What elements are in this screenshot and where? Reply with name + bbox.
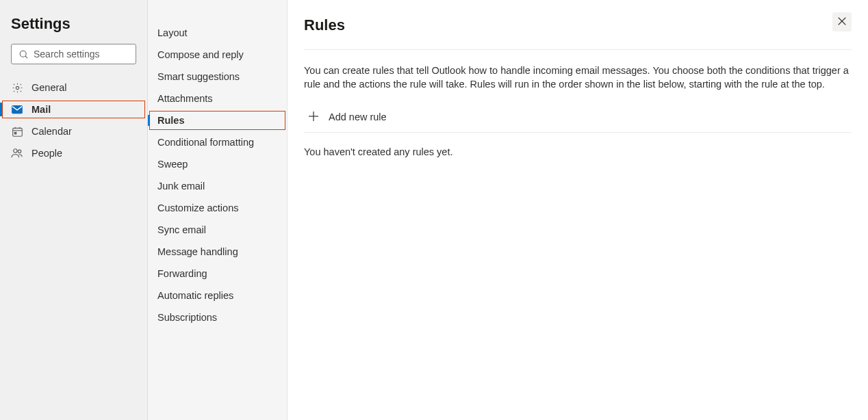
sub-label: Attachments — [157, 93, 213, 104]
sub-item-layout[interactable]: Layout — [148, 22, 287, 44]
plus-icon — [308, 111, 319, 124]
main-title: Rules — [304, 16, 345, 34]
nav-label: General — [31, 82, 67, 93]
nav-item-mail[interactable]: Mail — [0, 99, 147, 120]
sub-item-smart-suggestions[interactable]: Smart suggestions — [148, 66, 287, 88]
nav-item-people[interactable]: People — [0, 142, 147, 164]
search-icon — [17, 48, 29, 60]
nav-item-general[interactable]: General — [0, 77, 147, 99]
sub-item-sweep[interactable]: Sweep — [148, 153, 287, 175]
nav-label: Mail — [31, 104, 51, 115]
svg-point-9 — [14, 149, 17, 153]
sub-label: Sync email — [157, 224, 206, 235]
sub-label: Sweep — [157, 159, 188, 170]
sub-item-message-handling[interactable]: Message handling — [148, 241, 287, 263]
settings-left-panel: Settings General — [0, 0, 148, 420]
sub-item-forwarding[interactable]: Forwarding — [148, 263, 287, 285]
sub-label: Compose and reply — [157, 49, 244, 60]
add-new-rule-button[interactable]: Add new rule — [304, 104, 852, 133]
sub-item-attachments[interactable]: Attachments — [148, 88, 287, 109]
sub-label: Rules — [157, 115, 185, 126]
main-panel: Rules You can create rules that tell Out… — [288, 0, 868, 420]
nav-label: Calendar — [31, 126, 72, 137]
mail-icon — [11, 103, 23, 116]
svg-point-2 — [16, 86, 18, 89]
nav-item-calendar[interactable]: Calendar — [0, 120, 147, 142]
sub-item-compose-and-reply[interactable]: Compose and reply — [148, 44, 287, 66]
nav-list: General Mail Calendar — [0, 73, 147, 164]
empty-state-text: You haven't created any rules yet. — [304, 133, 852, 157]
settings-middle-panel: Layout Compose and reply Smart suggestio… — [148, 0, 288, 420]
svg-rect-3 — [12, 105, 23, 114]
sub-label: Message handling — [157, 246, 238, 257]
sub-list: Layout Compose and reply Smart suggestio… — [148, 22, 287, 328]
close-button[interactable] — [832, 12, 852, 31]
svg-rect-8 — [14, 132, 16, 134]
sub-item-subscriptions[interactable]: Subscriptions — [148, 306, 287, 328]
sub-label: Conditional formatting — [157, 137, 254, 148]
gear-icon — [11, 81, 23, 94]
sub-label: Customize actions — [157, 202, 238, 213]
sub-item-sync-email[interactable]: Sync email — [148, 219, 287, 241]
search-input[interactable] — [34, 49, 130, 60]
sub-item-automatic-replies[interactable]: Automatic replies — [148, 285, 287, 306]
rules-description: You can create rules that tell Outlook h… — [304, 50, 852, 104]
close-icon — [837, 16, 847, 28]
sub-item-junk-email[interactable]: Junk email — [148, 175, 287, 197]
sub-label: Subscriptions — [157, 312, 217, 323]
sub-item-customize-actions[interactable]: Customize actions — [148, 197, 287, 219]
nav-label: People — [31, 148, 62, 159]
calendar-icon — [11, 125, 23, 137]
people-icon — [11, 147, 23, 159]
sub-label: Layout — [157, 27, 188, 38]
sub-label: Forwarding — [157, 268, 207, 279]
svg-point-0 — [20, 51, 26, 57]
settings-title: Settings — [0, 15, 147, 44]
search-box[interactable] — [11, 44, 136, 64]
sub-item-rules[interactable]: Rules — [148, 109, 287, 131]
main-header: Rules — [304, 16, 852, 50]
svg-point-10 — [18, 150, 21, 153]
svg-line-1 — [25, 55, 27, 57]
sub-label: Smart suggestions — [157, 71, 240, 82]
sub-item-conditional-formatting[interactable]: Conditional formatting — [148, 131, 287, 153]
sub-label: Automatic replies — [157, 290, 233, 301]
search-wrap — [0, 44, 147, 73]
sub-label: Junk email — [157, 181, 205, 192]
add-rule-label: Add new rule — [329, 111, 387, 122]
